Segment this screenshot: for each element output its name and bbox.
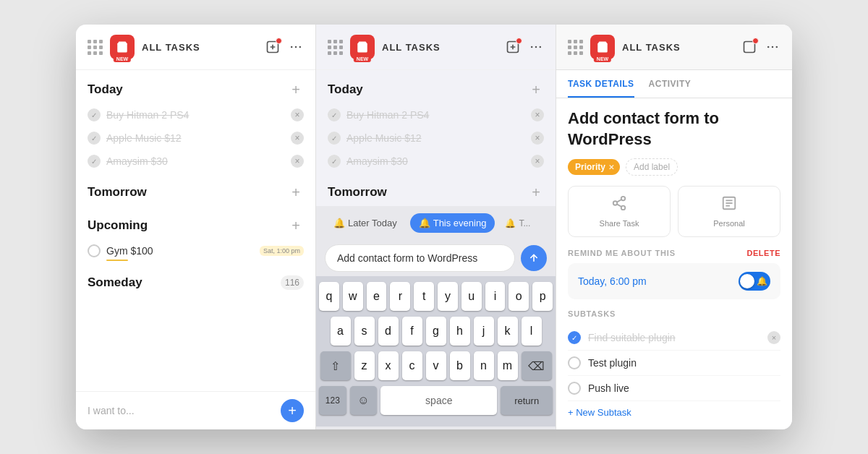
add-label-btn[interactable]: Add label xyxy=(626,158,678,176)
toggle-dot xyxy=(740,274,754,288)
key-g[interactable]: g xyxy=(426,317,446,346)
tab-task-details[interactable]: TASK DETAILS xyxy=(568,79,634,98)
key-123[interactable]: 123 xyxy=(319,386,346,415)
key-shift[interactable]: ⇧ xyxy=(320,351,351,380)
task-remove-btn[interactable]: × xyxy=(531,132,544,145)
priority-close-icon[interactable]: ✕ xyxy=(608,163,614,171)
key-n[interactable]: n xyxy=(474,351,494,380)
key-t[interactable]: t xyxy=(414,282,434,311)
today-add-btn[interactable]: + xyxy=(288,82,304,98)
key-f[interactable]: f xyxy=(402,317,422,346)
add-task-icon[interactable] xyxy=(265,39,281,55)
key-p[interactable]: p xyxy=(532,282,553,311)
key-w[interactable]: w xyxy=(343,282,363,311)
task-item[interactable]: Buy Hitman 2 PS4 × xyxy=(88,103,304,127)
bell-icon: 🔔 xyxy=(333,218,345,228)
send-btn[interactable] xyxy=(521,245,547,271)
task-check-done[interactable] xyxy=(88,132,101,145)
key-delete[interactable]: ⌫ xyxy=(522,351,552,380)
task-check-done[interactable] xyxy=(328,108,341,121)
key-h[interactable]: h xyxy=(450,317,470,346)
key-e[interactable]: e xyxy=(367,282,387,311)
task-check-empty[interactable] xyxy=(88,244,101,257)
task-remove-btn[interactable]: × xyxy=(531,108,544,121)
priority-chip[interactable]: Priority ✕ xyxy=(568,159,620,175)
task-item[interactable]: Amaysim $30 × xyxy=(328,150,544,173)
this-evening-pill[interactable]: 🔔 This evening xyxy=(410,213,495,233)
someday-section-header: Someday 116 xyxy=(88,264,304,296)
tomorrow-pill[interactable]: 🔔 T... xyxy=(499,214,536,233)
more-icon[interactable] xyxy=(288,39,304,55)
key-o[interactable]: o xyxy=(509,282,529,311)
task-remove-btn[interactable]: × xyxy=(531,155,544,168)
panel-1: NEW ALL TASKS xyxy=(76,25,316,429)
task-check-done[interactable] xyxy=(88,155,101,168)
subtask-item[interactable]: ✓ Find suitable plugin × xyxy=(568,325,780,351)
key-y[interactable]: y xyxy=(438,282,458,311)
grid-icon[interactable] xyxy=(568,40,583,55)
bottom-input-placeholder[interactable]: I want to... xyxy=(88,405,275,416)
delete-remind-btn[interactable]: DELETE xyxy=(747,249,780,257)
key-d[interactable]: d xyxy=(378,317,399,346)
tab-activity[interactable]: ACTIVITY xyxy=(649,79,692,98)
task-item[interactable]: Apple Music $12 × xyxy=(88,127,304,150)
panel2-header: NEW ALL TASKS xyxy=(316,25,556,70)
remind-time: Today, 6:00 pm xyxy=(578,275,647,287)
key-i[interactable]: i xyxy=(485,282,506,311)
key-a[interactable]: a xyxy=(331,317,351,346)
key-r[interactable]: r xyxy=(390,282,410,311)
task-item[interactable]: Apple Music $12 × xyxy=(328,127,544,150)
panel2-keyboard-area: 🔔 Later Today 🔔 This evening 🔔 T... xyxy=(316,206,556,429)
more-icon[interactable] xyxy=(528,39,544,55)
personal-card[interactable]: Personal xyxy=(678,186,780,237)
key-q[interactable]: q xyxy=(319,282,339,311)
add-task-icon[interactable] xyxy=(741,39,757,55)
subtask-remove-btn[interactable]: × xyxy=(767,331,780,344)
key-u[interactable]: u xyxy=(461,282,482,311)
subtask-check-empty[interactable] xyxy=(568,356,581,369)
task-check-done[interactable] xyxy=(328,155,341,168)
remind-toggle[interactable]: 🔔 xyxy=(739,272,770,291)
key-z[interactable]: z xyxy=(354,351,375,380)
later-today-pill[interactable]: 🔔 Later Today xyxy=(325,213,406,233)
more-icon[interactable] xyxy=(765,39,780,55)
grid-icon[interactable] xyxy=(88,40,103,55)
key-b[interactable]: b xyxy=(450,351,470,380)
upcoming-add-btn[interactable]: + xyxy=(288,218,304,234)
p2-today-add-btn[interactable]: + xyxy=(528,82,544,98)
p2-tomorrow-section-header: Tomorrow + xyxy=(328,173,544,206)
panel1-task-content: Today + Buy Hitman 2 PS4 × Apple Music $… xyxy=(76,70,315,391)
key-emoji[interactable]: ☺ xyxy=(350,386,378,415)
task-check-done[interactable] xyxy=(88,108,101,121)
key-return[interactable]: return xyxy=(501,386,553,415)
task-input[interactable] xyxy=(325,244,515,272)
key-j[interactable]: j xyxy=(474,317,494,346)
subtask-check-empty[interactable] xyxy=(568,382,581,395)
key-x[interactable]: x xyxy=(378,351,399,380)
key-m[interactable]: m xyxy=(498,351,518,380)
subtask-check-done[interactable]: ✓ xyxy=(568,331,581,344)
add-task-icon[interactable] xyxy=(505,39,521,55)
key-s[interactable]: s xyxy=(354,317,375,346)
task-remove-btn[interactable]: × xyxy=(291,108,304,121)
subtask-item[interactable]: Test plugin xyxy=(568,351,780,376)
task-check-done[interactable] xyxy=(328,132,341,145)
task-remove-btn[interactable]: × xyxy=(291,155,304,168)
panel-3: NEW ALL TASKS TASK xyxy=(556,25,792,429)
panel1-add-btn[interactable]: + xyxy=(281,399,304,422)
key-l[interactable]: l xyxy=(522,317,542,346)
task-remove-btn[interactable]: × xyxy=(291,132,304,145)
key-c[interactable]: c xyxy=(402,351,422,380)
remind-row: Today, 6:00 pm 🔔 xyxy=(568,263,780,299)
share-task-card[interactable]: Share Task xyxy=(568,186,671,237)
grid-icon[interactable] xyxy=(328,40,343,55)
key-v[interactable]: v xyxy=(426,351,446,380)
task-item[interactable]: Amaysim $30 × xyxy=(88,150,304,173)
p2-tomorrow-add-btn[interactable]: + xyxy=(528,184,544,200)
task-item[interactable]: Buy Hitman 2 PS4 × xyxy=(328,103,544,127)
new-subtask-btn[interactable]: + New Subtask xyxy=(568,407,780,418)
key-k[interactable]: k xyxy=(498,317,518,346)
tomorrow-add-btn[interactable]: + xyxy=(288,184,304,200)
subtask-item[interactable]: Push live xyxy=(568,376,780,401)
key-space[interactable]: space xyxy=(380,386,497,415)
